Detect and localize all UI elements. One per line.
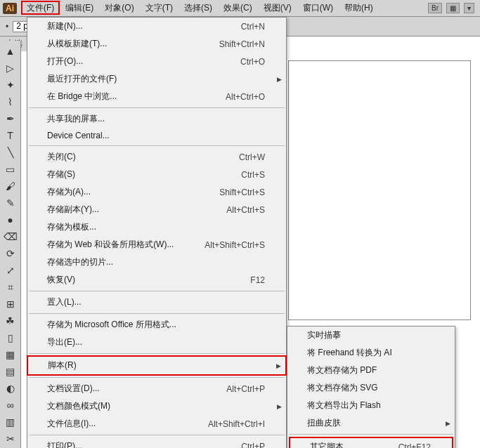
- menu-item-其它脚本...[interactable]: 其它脚本...Ctrl+F12: [289, 437, 453, 448]
- tool-warp[interactable]: ⌗: [2, 279, 19, 295]
- menu-item-文档颜色模式(M)[interactable]: 文档颜色模式(M): [27, 397, 286, 415]
- menu-窗口(W)[interactable]: 窗口(W): [297, 1, 339, 15]
- search-icon[interactable]: ▾: [464, 3, 474, 13]
- menu-item-打印(P)...[interactable]: 打印(P)...Ctrl+P: [27, 437, 286, 448]
- menu-item-label: 其它脚本...: [310, 441, 351, 448]
- menu-item-label: 将文档存储为 PDF: [307, 364, 377, 376]
- separator: [29, 291, 285, 291]
- separator: [29, 145, 285, 146]
- toolbox: ▲▷✦⌇✒T╲▭🖌✎●⌫⟳⤢⌗⊞☘▯▦▤◐∞▥✂✋🔍: [0, 41, 21, 448]
- file-menu-dropdown: 新建(N)...Ctrl+N从模板新建(T)...Shift+Ctrl+N打开(…: [27, 17, 287, 448]
- tool-graph[interactable]: ▯: [2, 330, 19, 345]
- menu-item-存储为 Web 和设备所用格式(W)...[interactable]: 存储为 Web 和设备所用格式(W)...Alt+Shift+Ctrl+S: [27, 236, 286, 253]
- tool-symbol[interactable]: ☘: [2, 313, 19, 329]
- tool-crop[interactable]: ✂: [2, 431, 19, 447]
- menu-item-label: 从模板新建(T)...: [47, 38, 107, 50]
- tool-gradient[interactable]: ▤: [2, 364, 19, 379]
- tool-rect[interactable]: ▭: [2, 162, 19, 177]
- tool-rotate[interactable]: ⟳: [2, 246, 19, 261]
- menu-item-关闭(C)[interactable]: 关闭(C)Ctrl+W: [27, 148, 286, 166]
- menu-item-将文档存储为 SVG[interactable]: 将文档存储为 SVG: [287, 379, 455, 397]
- separator: [29, 353, 285, 354]
- menu-item-存储选中的切片...[interactable]: 存储选中的切片...: [27, 253, 286, 271]
- menu-item-文档设置(D)...[interactable]: 文档设置(D)...Alt+Ctrl+P: [27, 380, 286, 397]
- tool-mesh[interactable]: ▦: [2, 347, 19, 362]
- tool-blob[interactable]: ●: [2, 212, 19, 228]
- menu-item-label: 新建(N)...: [47, 20, 83, 32]
- tool-scale[interactable]: ⤢: [2, 263, 19, 278]
- menu-item-label: 存储副本(Y)...: [47, 204, 99, 216]
- app-badge: Ai: [3, 3, 17, 14]
- menu-item-导出(E)...[interactable]: 导出(E)...: [27, 334, 286, 351]
- menu-item-label: 将文档导出为 Flash: [307, 400, 381, 411]
- menu-item-shortcut: Alt+Ctrl+S: [226, 205, 273, 215]
- menu-item-置入(L)...[interactable]: 置入(L)...: [27, 294, 286, 311]
- menu-文字(T)[interactable]: 文字(T): [140, 1, 179, 15]
- menu-item-在 Bridge 中浏览...[interactable]: 在 Bridge 中浏览...Alt+Ctrl+O: [27, 88, 286, 105]
- tool-pen[interactable]: ✒: [2, 111, 19, 126]
- menu-item-shortcut: Ctrl+W: [239, 152, 273, 162]
- menu-item-文件信息(I)...[interactable]: 文件信息(I)...Alt+Shift+Ctrl+I: [27, 415, 286, 433]
- menu-item-label: 文档设置(D)...: [47, 383, 100, 395]
- tool-blend[interactable]: ∞: [2, 397, 19, 413]
- menu-文件(F)[interactable]: 文件(F): [21, 1, 60, 15]
- menu-帮助(H)[interactable]: 帮助(H): [339, 1, 379, 15]
- menu-item-label: Device Central...: [47, 131, 110, 140]
- tool-type[interactable]: T: [2, 128, 19, 143]
- menu-选择(S)[interactable]: 选择(S): [179, 1, 218, 15]
- tool-direct[interactable]: ▷: [2, 60, 19, 76]
- menu-效果(C)[interactable]: 效果(C): [218, 1, 258, 15]
- menu-item-将文档导出为 Flash[interactable]: 将文档导出为 Flash: [287, 397, 455, 414]
- menu-item-shortcut: Alt+Shift+Ctrl+I: [208, 419, 273, 429]
- menu-item-label: 存储为(A)...: [47, 186, 91, 198]
- menu-item-从模板新建(T)...[interactable]: 从模板新建(T)...Shift+Ctrl+N: [27, 35, 286, 53]
- menu-item-将 Freehand 转换为 AI[interactable]: 将 Freehand 转换为 AI: [287, 344, 455, 362]
- menu-item-存储为 Microsoft Office 所用格式...[interactable]: 存储为 Microsoft Office 所用格式...: [27, 316, 286, 334]
- menu-item-新建(N)...[interactable]: 新建(N)...Ctrl+N: [27, 18, 286, 35]
- menu-item-脚本(R)[interactable]: 脚本(R): [27, 355, 287, 376]
- menu-item-shortcut: Alt+Shift+Ctrl+S: [205, 240, 273, 250]
- menu-item-label: 置入(L)...: [47, 296, 82, 308]
- menu-编辑(E)[interactable]: 编辑(E): [60, 1, 99, 15]
- menu-对象(O)[interactable]: 对象(O): [99, 1, 139, 15]
- menu-item-共享我的屏幕...[interactable]: 共享我的屏幕...: [27, 110, 286, 128]
- menu-item-存储为(A)...[interactable]: 存储为(A)...Shift+Ctrl+S: [27, 183, 286, 201]
- br-icon[interactable]: Br: [428, 3, 442, 13]
- menu-item-最近打开的文件(F)[interactable]: 最近打开的文件(F): [27, 70, 286, 88]
- menu-item-存储(S)[interactable]: 存储(S)Ctrl+S: [27, 166, 286, 183]
- menu-item-Device Central...[interactable]: Device Central...: [27, 128, 286, 143]
- menu-item-label: 文档颜色模式(M): [47, 400, 110, 412]
- menu-item-扭曲皮肤[interactable]: 扭曲皮肤: [287, 414, 455, 432]
- separator: [29, 107, 285, 108]
- separator: [29, 377, 285, 378]
- tool-wand[interactable]: ✦: [2, 77, 19, 93]
- separator: [289, 434, 453, 435]
- tool-eraser[interactable]: ⌫: [2, 229, 19, 244]
- menu-item-shortcut: Ctrl+S: [241, 170, 273, 180]
- tool-pencil[interactable]: ✎: [2, 195, 19, 211]
- tool-line[interactable]: ╲: [2, 145, 19, 160]
- menu-item-shortcut: Shift+Ctrl+S: [219, 187, 273, 197]
- menu-item-shortcut: Ctrl+P: [241, 442, 273, 449]
- menu-item-label: 将 Freehand 转换为 AI: [307, 347, 392, 359]
- menu-item-存储副本(Y)...[interactable]: 存储副本(Y)...Alt+Ctrl+S: [27, 201, 286, 218]
- tool-lasso[interactable]: ⌇: [2, 94, 19, 110]
- tool-eyedrop[interactable]: ◐: [2, 381, 19, 396]
- menu-item-label: 最近打开的文件(F): [47, 73, 117, 85]
- arrange-icon[interactable]: ▦: [446, 3, 460, 13]
- menu-item-实时描摹[interactable]: 实时描摹: [287, 327, 455, 344]
- menu-item-shortcut: F12: [250, 275, 273, 285]
- tool-slice[interactable]: ▥: [2, 414, 19, 430]
- menu-item-打开(O)...[interactable]: 打开(O)...Ctrl+O: [27, 53, 286, 70]
- menu-item-将文档存储为 PDF[interactable]: 将文档存储为 PDF: [287, 362, 455, 379]
- tool-free[interactable]: ⊞: [2, 296, 19, 312]
- menu-item-label: 将文档存储为 SVG: [307, 382, 378, 394]
- right-toolbar: Br ▦ ▾: [428, 3, 480, 13]
- menu-item-shortcut: Shift+Ctrl+N: [219, 39, 273, 49]
- menu-视图(V)[interactable]: 视图(V): [258, 1, 297, 15]
- menu-item-label: 扭曲皮肤: [307, 417, 341, 429]
- menu-item-恢复(V)[interactable]: 恢复(V)F12: [27, 271, 286, 289]
- menu-item-存储为模板...[interactable]: 存储为模板...: [27, 218, 286, 236]
- tool-sel[interactable]: ▲: [2, 44, 19, 59]
- tool-brush[interactable]: 🖌: [2, 178, 19, 194]
